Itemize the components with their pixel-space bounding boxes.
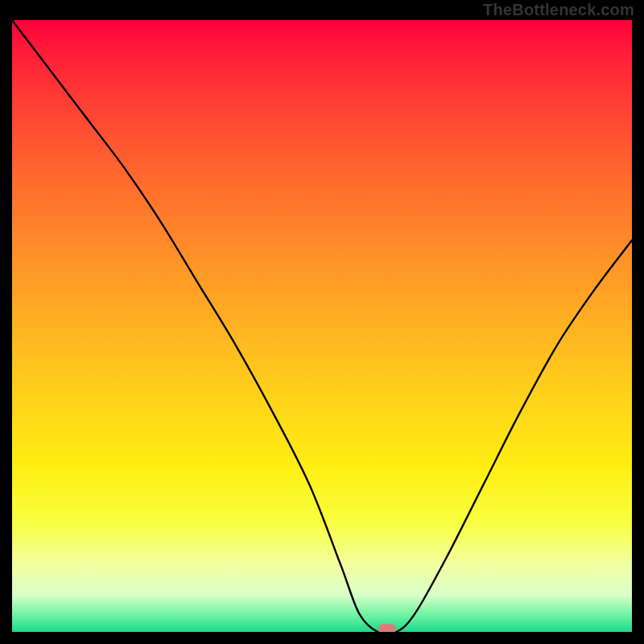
bottleneck-curve-svg [12, 20, 632, 632]
bottleneck-curve-path [12, 20, 632, 632]
minimum-marker-icon [378, 624, 396, 632]
watermark-label: TheBottleneck.com [483, 0, 634, 20]
chart-frame: TheBottleneck.com [0, 0, 644, 644]
plot-area [12, 20, 632, 632]
